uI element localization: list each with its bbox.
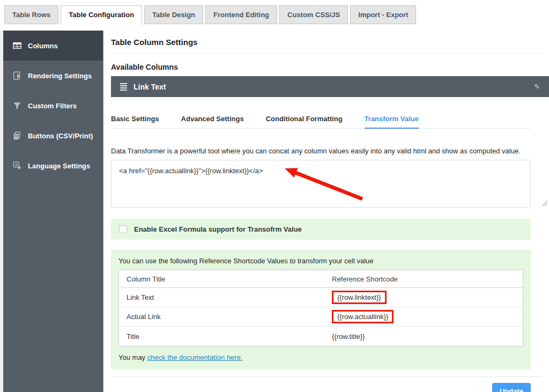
tab-transform-value[interactable]: Transform Value	[365, 115, 419, 129]
main-content: Table Column Settings Available Columns …	[103, 31, 549, 392]
sidebar-item-label: Columns	[28, 42, 58, 50]
table-row: Link Text {{row.linktext}}	[119, 288, 523, 307]
sidebar-item-columns[interactable]: Columns	[3, 31, 103, 61]
tab-table-configuration[interactable]: Table Configuration	[61, 5, 142, 26]
table-row: Title {{row.title}}	[119, 327, 523, 346]
update-button[interactable]: Update	[492, 383, 531, 392]
transform-code-wrap: <a href="{{row.actuallink}}">{{row.linkt…	[111, 160, 549, 208]
reference-table-header: Column Title Reference Shortcode	[119, 270, 523, 288]
settings-sidebar: Columns Rendering Settings Custom Filter…	[3, 31, 103, 392]
pencil-icon[interactable]: ✎	[534, 83, 540, 91]
update-row: Update	[111, 383, 531, 392]
column-panel-header[interactable]: Link Text ✎	[111, 76, 549, 97]
excel-formula-option: Enable Excel Formula support for Transof…	[111, 219, 531, 240]
row-shortcode-highlighted: {{row.linktext}}	[332, 291, 387, 304]
row-shortcode: {{row.title}}	[332, 332, 365, 341]
reference-shortcode-box: You can use the following Reference Shor…	[111, 249, 531, 369]
excel-formula-label: Enable Excel Formula support for Transof…	[134, 225, 302, 233]
reference-intro: You can use the following Reference Shor…	[118, 257, 523, 265]
sidebar-item-buttons-csv-print[interactable]: Buttons (CSV/Print)	[3, 121, 103, 151]
tab-conditional-formatting[interactable]: Conditional Formatting	[266, 115, 343, 128]
table-icon	[12, 41, 22, 50]
tab-advanced-settings[interactable]: Advanced Settings	[181, 115, 244, 128]
row-column-title: Actual Link	[127, 313, 332, 321]
tab-frontend-editing[interactable]: Frontend Editing	[205, 5, 277, 24]
tab-custom-css-js[interactable]: Custom CSS/JS	[279, 5, 348, 24]
sidebar-item-language-settings[interactable]: A Language Settings	[3, 151, 103, 181]
sidebar-item-custom-filters[interactable]: Custom Filters	[3, 91, 103, 121]
top-tab-bar: Table Rows Table Configuration Table Des…	[0, 0, 549, 31]
sidebar-item-label: Custom Filters	[28, 102, 77, 110]
translate-icon: A	[12, 161, 22, 171]
row-column-title: Link Text	[127, 293, 332, 301]
sidebar-item-label: Rendering Settings	[28, 72, 92, 80]
tab-table-rows[interactable]: Table Rows	[4, 5, 58, 24]
excel-formula-checkbox[interactable]	[119, 225, 127, 233]
tab-basic-settings[interactable]: Basic Settings	[111, 115, 159, 128]
resize-grip-icon[interactable]	[542, 201, 547, 206]
row-column-title: Title	[127, 332, 332, 341]
documentation-note: You may check the documentation here.	[118, 353, 523, 361]
table-row: Actual Link {{row.actuallink}}	[119, 307, 523, 327]
tab-table-design[interactable]: Table Design	[144, 5, 203, 24]
sidebar-item-label: Buttons (CSV/Print)	[28, 132, 93, 140]
footer-divider	[111, 376, 541, 377]
page-title: Table Column Settings	[111, 38, 541, 54]
transform-description: Data Transformer is a powerful tool wher…	[111, 147, 549, 155]
filter-icon	[12, 101, 22, 110]
svg-text:A: A	[15, 162, 18, 167]
copy-pages-icon	[12, 131, 22, 140]
column-title-header: Column Title	[127, 275, 332, 283]
drag-handle-icon[interactable]	[120, 83, 127, 91]
column-settings-tabs: Basic Settings Advanced Settings Conditi…	[111, 115, 531, 129]
rendering-icon	[12, 71, 22, 80]
column-panel-title: Link Text	[133, 83, 166, 91]
reference-table: Column Title Reference Shortcode Link Te…	[118, 270, 523, 346]
available-columns-heading: Available Columns	[111, 63, 549, 71]
reference-shortcode-header: Reference Shortcode	[332, 275, 398, 283]
transform-value-input[interactable]: <a href="{{row.actuallink}}">{{row.linkt…	[111, 160, 531, 208]
documentation-link[interactable]: check the documentation here.	[147, 353, 243, 361]
documentation-note-prefix: You may	[118, 353, 147, 361]
sidebar-item-rendering-settings[interactable]: Rendering Settings	[3, 61, 103, 91]
tab-import-export[interactable]: Import - Export	[350, 5, 416, 24]
row-shortcode-highlighted: {{row.actuallink}}	[332, 310, 394, 323]
sidebar-item-label: Language Settings	[28, 162, 90, 170]
